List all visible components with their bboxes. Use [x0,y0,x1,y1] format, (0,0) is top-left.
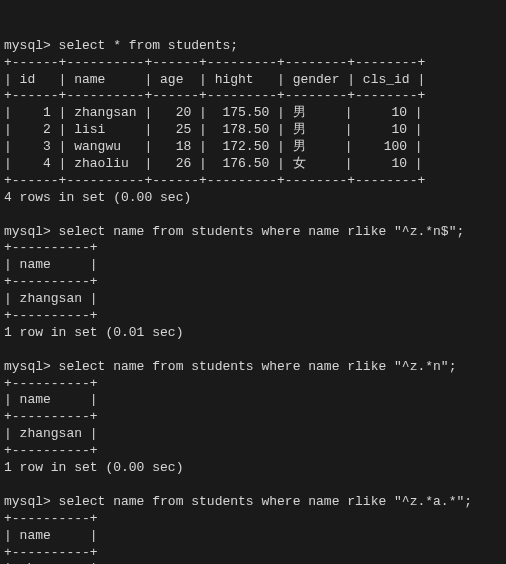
table-separator: +----------+ [4,511,98,526]
table-header: | name | [4,257,98,272]
table-separator: +----------+ [4,443,98,458]
result-footer: 4 rows in set (0.00 sec) [4,190,191,205]
table-separator: +------+----------+------+---------+----… [4,88,425,103]
terminal-output: mysql> select * from students; +------+-… [4,38,502,564]
table-header: | name | [4,392,98,407]
table-row: | zhangsan | [4,291,98,306]
table-row: | 3 | wangwu | 18 | 172.50 | 男 | 100 | [4,139,423,154]
table-separator: +----------+ [4,545,98,560]
table-separator: +----------+ [4,308,98,323]
query-text: select * from students; [59,38,238,53]
query-text: select name from students where name rli… [59,494,472,509]
table-row: | 2 | lisi | 25 | 178.50 | 男 | 10 | [4,122,423,137]
table-separator: +----------+ [4,240,98,255]
table-row: | 4 | zhaoliu | 26 | 176.50 | 女 | 10 | [4,156,423,171]
result-footer: 1 row in set (0.00 sec) [4,460,183,475]
table-row: | zhangsan | [4,426,98,441]
table-separator: +----------+ [4,376,98,391]
table-separator: +------+----------+------+---------+----… [4,55,425,70]
table-header: | name | [4,528,98,543]
table-header: | id | name | age | hight | gender | cls… [4,72,425,87]
prompt: mysql> [4,359,59,374]
result-footer: 1 row in set (0.01 sec) [4,325,183,340]
query-text: select name from students where name rli… [59,224,465,239]
table-row: | 1 | zhangsan | 20 | 175.50 | 男 | 10 | [4,105,423,120]
table-separator: +----------+ [4,409,98,424]
prompt: mysql> [4,224,59,239]
table-separator: +----------+ [4,274,98,289]
prompt: mysql> [4,494,59,509]
query-text: select name from students where name rli… [59,359,457,374]
table-separator: +------+----------+------+---------+----… [4,173,425,188]
prompt: mysql> [4,38,59,53]
